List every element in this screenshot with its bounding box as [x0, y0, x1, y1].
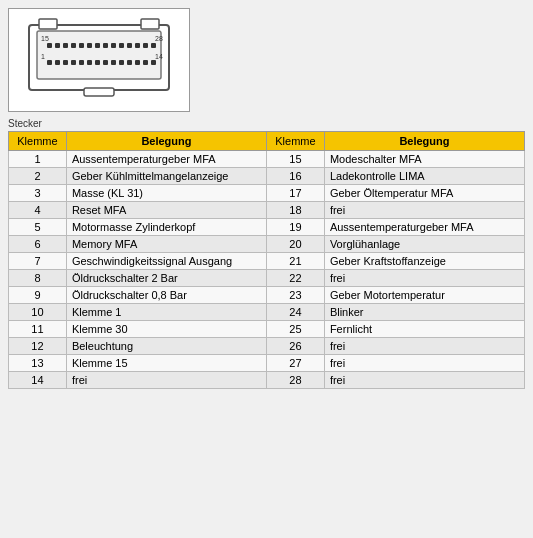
- table-row: 10Klemme 124Blinker: [9, 304, 525, 321]
- belegung-right: Geber Kraftstoffanzeige: [324, 253, 524, 270]
- klemme-left: 1: [9, 151, 67, 168]
- klemme-left: 5: [9, 219, 67, 236]
- svg-rect-24: [63, 60, 68, 65]
- svg-rect-3: [37, 31, 161, 79]
- svg-rect-30: [111, 60, 116, 65]
- klemme-left: 6: [9, 236, 67, 253]
- belegung-right: frei: [324, 372, 524, 389]
- klemme-left: 2: [9, 168, 67, 185]
- svg-rect-34: [143, 60, 148, 65]
- klemme-right: 22: [266, 270, 324, 287]
- klemme-right: 18: [266, 202, 324, 219]
- belegung-right: Fernlicht: [324, 321, 524, 338]
- svg-rect-8: [63, 43, 68, 48]
- klemme-left: 10: [9, 304, 67, 321]
- belegung-right: frei: [324, 202, 524, 219]
- klemme-right: 24: [266, 304, 324, 321]
- belegung-left: Klemme 30: [66, 321, 266, 338]
- belegung-right: Ladekontrolle LIMA: [324, 168, 524, 185]
- klemme-left: 11: [9, 321, 67, 338]
- svg-text:1: 1: [41, 53, 45, 60]
- klemme-right: 20: [266, 236, 324, 253]
- svg-text:28: 28: [155, 35, 163, 42]
- belegung-left: Memory MFA: [66, 236, 266, 253]
- svg-rect-1: [39, 19, 57, 29]
- svg-rect-10: [79, 43, 84, 48]
- klemme-right: 23: [266, 287, 324, 304]
- header-klemme-1: Klemme: [9, 132, 67, 151]
- svg-rect-9: [71, 43, 76, 48]
- svg-rect-12: [95, 43, 100, 48]
- svg-rect-18: [143, 43, 148, 48]
- svg-rect-16: [127, 43, 132, 48]
- svg-text:14: 14: [155, 53, 163, 60]
- svg-rect-27: [87, 60, 92, 65]
- klemme-right: 26: [266, 338, 324, 355]
- belegung-right: frei: [324, 270, 524, 287]
- belegung-left: Motormasse Zylinderkopf: [66, 219, 266, 236]
- belegung-left: Aussentemperaturgeber MFA: [66, 151, 266, 168]
- svg-rect-15: [119, 43, 124, 48]
- svg-rect-32: [127, 60, 132, 65]
- svg-rect-7: [55, 43, 60, 48]
- header-belegung-1: Belegung: [66, 132, 266, 151]
- table-row: 12Beleuchtung26frei: [9, 338, 525, 355]
- belegung-left: Geber Kühlmittelmangelanzeige: [66, 168, 266, 185]
- klemme-right: 17: [266, 185, 324, 202]
- klemme-left: 4: [9, 202, 67, 219]
- table-row: 9Öldruckschalter 0,8 Bar23Geber Motortem…: [9, 287, 525, 304]
- belegung-right: Blinker: [324, 304, 524, 321]
- klemme-right: 27: [266, 355, 324, 372]
- table-row: 5Motormasse Zylinderkopf19Aussentemperat…: [9, 219, 525, 236]
- klemme-right: 28: [266, 372, 324, 389]
- pin-table: Klemme Belegung Klemme Belegung 1Aussent…: [8, 131, 525, 389]
- belegung-left: frei: [66, 372, 266, 389]
- svg-text:15: 15: [41, 35, 49, 42]
- svg-rect-29: [103, 60, 108, 65]
- belegung-right: frei: [324, 338, 524, 355]
- svg-rect-31: [119, 60, 124, 65]
- svg-rect-33: [135, 60, 140, 65]
- connector-svg: 15 28 1 14: [19, 15, 179, 105]
- klemme-right: 15: [266, 151, 324, 168]
- klemme-left: 8: [9, 270, 67, 287]
- table-row: 11Klemme 3025Fernlicht: [9, 321, 525, 338]
- table-row: 2Geber Kühlmittelmangelanzeige16Ladekont…: [9, 168, 525, 185]
- svg-rect-17: [135, 43, 140, 48]
- belegung-right: Modeschalter MFA: [324, 151, 524, 168]
- svg-rect-35: [151, 60, 156, 65]
- svg-rect-19: [151, 43, 156, 48]
- svg-rect-23: [55, 60, 60, 65]
- table-row: 7Geschwindigkeitssignal Ausgang21Geber K…: [9, 253, 525, 270]
- klemme-left: 3: [9, 185, 67, 202]
- belegung-right: Vorglühanlage: [324, 236, 524, 253]
- klemme-left: 7: [9, 253, 67, 270]
- svg-rect-2: [141, 19, 159, 29]
- svg-rect-36: [84, 88, 114, 96]
- belegung-left: Reset MFA: [66, 202, 266, 219]
- svg-rect-22: [47, 60, 52, 65]
- belegung-left: Öldruckschalter 0,8 Bar: [66, 287, 266, 304]
- klemme-right: 16: [266, 168, 324, 185]
- belegung-right: Geber Motortemperatur: [324, 287, 524, 304]
- belegung-left: Masse (KL 31): [66, 185, 266, 202]
- belegung-right: frei: [324, 355, 524, 372]
- klemme-left: 14: [9, 372, 67, 389]
- klemme-left: 12: [9, 338, 67, 355]
- belegung-right: Geber Öltemperatur MFA: [324, 185, 524, 202]
- klemme-right: 25: [266, 321, 324, 338]
- svg-rect-28: [95, 60, 100, 65]
- belegung-right: Aussentemperaturgeber MFA: [324, 219, 524, 236]
- table-row: 8Öldruckschalter 2 Bar22frei: [9, 270, 525, 287]
- table-row: 3Masse (KL 31)17Geber Öltemperatur MFA: [9, 185, 525, 202]
- stecker-label: Stecker: [8, 118, 525, 129]
- header-klemme-2: Klemme: [266, 132, 324, 151]
- table-row: 6Memory MFA20Vorglühanlage: [9, 236, 525, 253]
- connector-diagram: 15 28 1 14: [8, 8, 190, 112]
- klemme-left: 9: [9, 287, 67, 304]
- belegung-left: Klemme 1: [66, 304, 266, 321]
- svg-rect-13: [103, 43, 108, 48]
- table-row: 1Aussentemperaturgeber MFA15Modeschalter…: [9, 151, 525, 168]
- svg-rect-14: [111, 43, 116, 48]
- klemme-right: 21: [266, 253, 324, 270]
